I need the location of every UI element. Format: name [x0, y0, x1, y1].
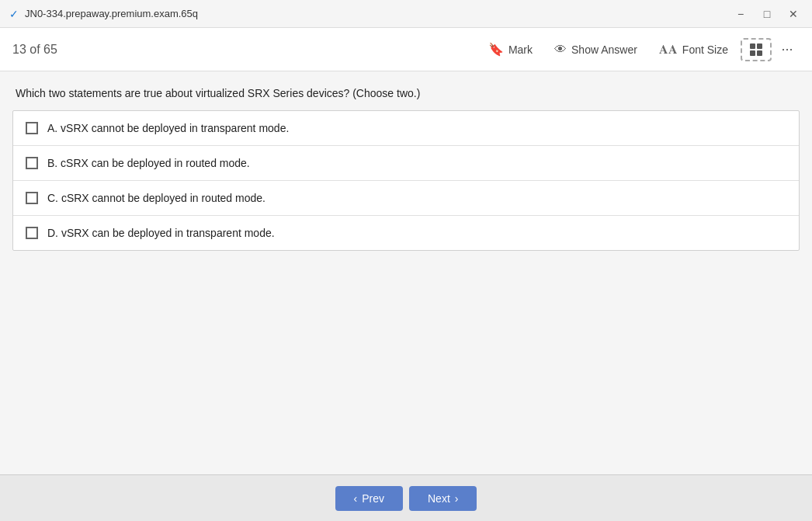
next-icon: ›	[455, 492, 459, 505]
mark-button[interactable]: 🔖 Mark	[479, 37, 542, 61]
option-label-d: D. vSRX can be deployed in transparent m…	[47, 227, 275, 239]
option-row[interactable]: B. cSRX can be deployed in routed mode.	[13, 146, 799, 181]
title-bar: ✓ JN0-334.prepaway.premium.exam.65q − □ …	[0, 0, 812, 28]
option-label-a: A. vSRX cannot be deployed in transparen…	[47, 122, 289, 134]
option-row[interactable]: C. cSRX cannot be deployed in routed mod…	[13, 181, 799, 216]
maximize-button[interactable]: □	[758, 5, 776, 23]
toolbar-actions: 🔖 Mark 👁 Show Answer 𝐀𝐀 Font Size ···	[479, 37, 800, 62]
show-answer-button[interactable]: 👁 Show Answer	[545, 38, 647, 61]
eye-icon: 👁	[554, 43, 567, 57]
window-title: JN0-334.prepaway.premium.exam.65q	[25, 8, 198, 19]
option-row[interactable]: D. vSRX can be deployed in transparent m…	[13, 216, 799, 250]
option-label-c: C. cSRX cannot be deployed in routed mod…	[47, 192, 265, 204]
checkbox-d[interactable]	[26, 227, 38, 239]
show-answer-label: Show Answer	[571, 43, 637, 56]
minimize-button[interactable]: −	[731, 5, 750, 23]
grid-icon	[750, 43, 762, 56]
check-icon: ✓	[9, 8, 19, 20]
font-icon: 𝐀𝐀	[659, 43, 678, 57]
main-content: Which two statements are true about virt…	[0, 71, 812, 474]
title-bar-controls: − □ ✕	[731, 5, 803, 23]
font-size-button[interactable]: 𝐀𝐀 Font Size	[650, 38, 737, 61]
prev-label: Prev	[362, 492, 384, 505]
next-button[interactable]: Next ›	[409, 486, 477, 511]
more-options-button[interactable]: ···	[775, 37, 800, 62]
close-button[interactable]: ✕	[784, 5, 803, 23]
checkbox-c[interactable]	[26, 192, 38, 204]
mark-label: Mark	[508, 43, 533, 56]
options-container: A. vSRX cannot be deployed in transparen…	[12, 110, 800, 251]
checkbox-a[interactable]	[26, 122, 38, 134]
progress-indicator: 13 of 65	[12, 43, 57, 57]
question-text: Which two statements are true about virt…	[12, 87, 800, 99]
option-row[interactable]: A. vSRX cannot be deployed in transparen…	[13, 111, 799, 146]
title-bar-left: ✓ JN0-334.prepaway.premium.exam.65q	[9, 8, 198, 20]
checkbox-b[interactable]	[26, 157, 38, 169]
option-label-b: B. cSRX can be deployed in routed mode.	[47, 157, 250, 169]
toolbar: 13 of 65 🔖 Mark 👁 Show Answer 𝐀𝐀 Font Si…	[0, 28, 812, 71]
bottom-navigation: ‹ Prev Next ›	[0, 474, 812, 521]
prev-button[interactable]: ‹ Prev	[335, 486, 403, 511]
bookmark-icon: 🔖	[488, 42, 504, 57]
next-label: Next	[428, 492, 450, 505]
font-size-label: Font Size	[682, 43, 728, 56]
prev-icon: ‹	[354, 492, 358, 505]
grid-view-button[interactable]	[741, 38, 772, 61]
